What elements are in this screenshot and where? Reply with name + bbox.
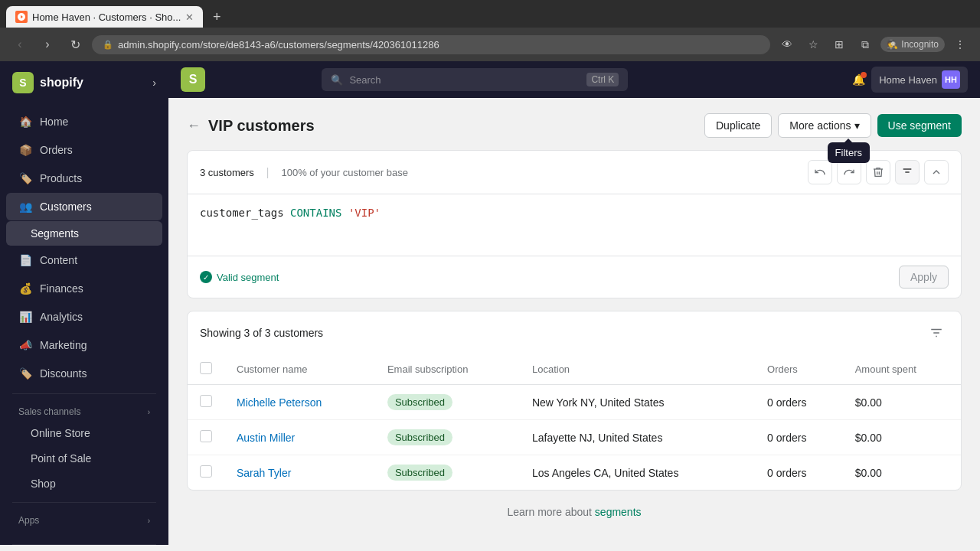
sidebar-divider-2 [12, 502, 156, 503]
active-tab[interactable]: Home Haven · Customers · Sho... ✕ [6, 6, 203, 28]
sidebar-item-customers[interactable]: 👥 Customers [6, 193, 162, 220]
sidebar-item-home[interactable]: 🏠 Home [6, 108, 162, 135]
row-checkbox[interactable] [200, 430, 212, 442]
more-actions-button[interactable]: More actions ▾ [778, 113, 871, 138]
customers-table: Customer name Email subscription Locatio… [188, 354, 961, 490]
apps-section[interactable]: Apps › [6, 509, 162, 529]
redo-button[interactable] [837, 160, 861, 184]
select-all-checkbox[interactable] [200, 362, 212, 374]
customer-amount: $0.00 [843, 455, 961, 491]
collapse-button[interactable] [924, 160, 949, 184]
new-tab-button[interactable]: + [206, 6, 227, 28]
sidebar-item-online-store[interactable]: Online Store [6, 421, 162, 445]
sidebar-logo-area: S shopify › [0, 61, 168, 104]
address-bar[interactable]: 🔒 admin.shopify.com/store/de8143-a6/cust… [92, 35, 770, 54]
page-header: ← VIP customers Duplicate More actions ▾… [187, 113, 962, 138]
customer-location: Los Angeles CA, United States [520, 455, 755, 491]
extension-icon[interactable]: ⊞ [828, 34, 850, 55]
sidebar-item-label: Orders [40, 144, 73, 156]
marketing-icon: 📣 [18, 338, 32, 352]
customer-orders: 0 orders [755, 385, 843, 420]
segment-code-editor[interactable]: customer_tags CONTAINS 'VIP' [188, 194, 961, 256]
topbar-logo: S [181, 67, 205, 92]
sidebar-item-content[interactable]: 📄 Content [6, 246, 162, 274]
sidebar-item-discounts[interactable]: 🏷️ Discounts [6, 360, 162, 387]
table-row: Michelle Peterson Subscribed New York NY… [188, 385, 961, 420]
customer-amount: $0.00 [843, 420, 961, 455]
customers-icon: 👥 [18, 200, 32, 214]
tab-close-icon[interactable]: ✕ [185, 11, 194, 23]
checkmark-icon: ✓ [200, 271, 212, 283]
back-nav-button[interactable]: ‹ [9, 34, 31, 55]
separator-dot: | [266, 166, 270, 178]
select-all-header[interactable] [188, 354, 224, 385]
sidebar-item-point-of-sale[interactable]: Point of Sale [6, 446, 162, 471]
row-checkbox[interactable] [200, 465, 212, 478]
shopify-logo[interactable]: S shopify [12, 72, 83, 93]
row-checkbox[interactable] [200, 395, 212, 407]
sidebar-item-finances[interactable]: 💰 Finances [6, 275, 162, 302]
shopify-topbar: S 🔍 Search Ctrl K 🔔 Home Haven HH [168, 61, 980, 98]
eye-slash-icon[interactable]: 👁 [776, 34, 798, 55]
customer-name[interactable]: Sarah Tyler [224, 455, 375, 491]
more-actions-label: More actions [789, 119, 851, 132]
back-button[interactable]: ← [187, 118, 201, 134]
browser-tab-bar: Home Haven · Customers · Sho... ✕ + [0, 0, 980, 28]
sales-channels-section[interactable]: Sales channels › [6, 400, 162, 420]
orders-icon: 📦 [18, 143, 32, 157]
incognito-label: Incognito [901, 39, 939, 50]
sidebar-item-marketing[interactable]: 📣 Marketing [6, 331, 162, 359]
customers-table-header: Showing 3 of 3 customers [188, 311, 961, 354]
point-of-sale-label: Point of Sale [31, 452, 91, 465]
notification-dot [861, 72, 867, 78]
bookmark-icon[interactable]: ☆ [802, 34, 824, 55]
col-header-orders: Orders [755, 354, 843, 385]
incognito-icon: 🕵 [887, 39, 898, 50]
use-segment-button[interactable]: Use segment [877, 114, 962, 137]
sidebar-bottom: ⚙️ Settings [0, 532, 168, 545]
page-content: ← VIP customers Duplicate More actions ▾… [168, 98, 980, 545]
segment-footer: ✓ Valid segment Apply [188, 256, 961, 298]
row-checkbox-cell[interactable] [188, 455, 224, 491]
store-selector[interactable]: Home Haven HH [871, 67, 968, 93]
sort-button[interactable] [924, 321, 949, 345]
menu-icon[interactable]: ⋮ [949, 34, 971, 55]
undo-button[interactable] [808, 160, 832, 184]
finances-icon: 💰 [18, 282, 32, 295]
lock-icon: 🔒 [103, 40, 113, 50]
valid-label: Valid segment [217, 272, 279, 283]
search-icon: 🔍 [331, 74, 343, 86]
topbar-right: 🔔 Home Haven HH [852, 67, 968, 93]
customer-name[interactable]: Michelle Peterson [224, 385, 375, 420]
sidebar-navigation: 🏠 Home 📦 Orders 🏷️ Products 👥 Customers … [0, 104, 168, 532]
sidebar-item-analytics[interactable]: 📊 Analytics [6, 303, 162, 331]
forward-nav-button[interactable]: › [37, 34, 58, 55]
segments-link[interactable]: segments [595, 506, 642, 518]
sidebar-collapse-icon[interactable]: › [152, 77, 156, 89]
online-store-label: Online Store [31, 427, 90, 439]
split-screen-icon[interactable]: ⧉ [854, 34, 876, 55]
segment-actions [808, 160, 949, 184]
sidebar-item-segments[interactable]: Segments [6, 221, 162, 246]
col-header-location: Location [520, 354, 755, 385]
segment-meta: 3 customers | 100% of your customer base [200, 166, 408, 178]
apply-button[interactable]: Apply [899, 266, 949, 289]
notification-button[interactable]: 🔔 [852, 73, 865, 86]
duplicate-button[interactable]: Duplicate [704, 113, 772, 138]
search-bar[interactable]: 🔍 Search Ctrl K [322, 68, 628, 91]
sidebar-item-label: Content [40, 254, 77, 266]
row-checkbox-cell[interactable] [188, 420, 224, 455]
sidebar-item-orders[interactable]: 📦 Orders [6, 136, 162, 164]
incognito-badge: 🕵 Incognito [880, 37, 945, 52]
delete-button[interactable] [866, 160, 890, 184]
sidebar-item-shop[interactable]: Shop [6, 471, 162, 496]
customer-name[interactable]: Austin Miller [224, 420, 375, 455]
shopify-icon: S [12, 72, 34, 93]
filters-button[interactable] [895, 160, 920, 184]
reload-button[interactable]: ↻ [64, 34, 86, 55]
subscribed-badge: Subscribed [387, 465, 452, 481]
row-checkbox-cell[interactable] [188, 385, 224, 420]
email-subscription: Subscribed [375, 455, 520, 491]
sidebar-item-products[interactable]: 🏷️ Products [6, 165, 162, 192]
chevron-down-icon: ▾ [854, 119, 860, 132]
